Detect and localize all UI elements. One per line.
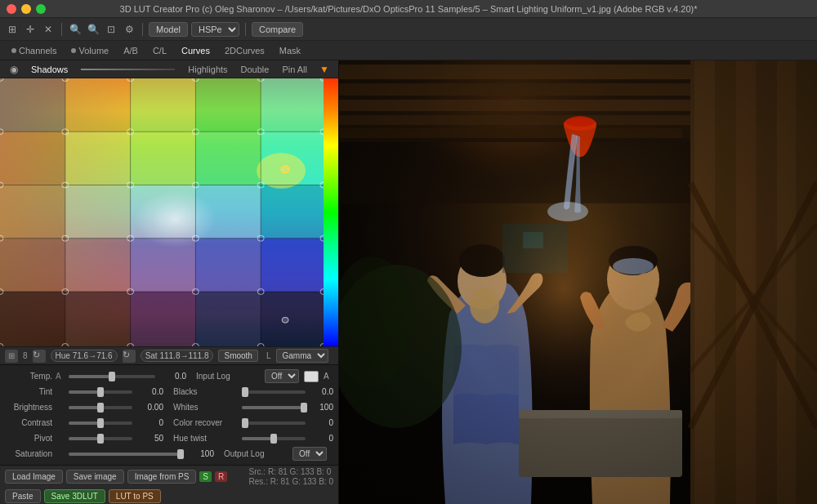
photo-area xyxy=(339,60,817,504)
double-button[interactable]: Double xyxy=(238,64,273,75)
tab-mask[interactable]: Mask xyxy=(273,44,307,57)
tab-2dcurves[interactable]: 2DCurves xyxy=(218,44,271,57)
src-block: Src.: R: 81 G: 133 B: 0 Res.: R: 81 G: 1… xyxy=(249,467,333,486)
right-panel xyxy=(339,60,817,504)
temp-row: Temp. A 0.0 Input Log Off A xyxy=(5,368,333,384)
svg-rect-24 xyxy=(65,292,131,346)
svg-rect-4 xyxy=(65,78,131,132)
photo-svg xyxy=(339,60,817,504)
s-badge[interactable]: S xyxy=(199,471,212,482)
tint-slider[interactable] xyxy=(69,390,132,394)
smooth-button[interactable]: Smooth xyxy=(218,350,257,362)
svg-point-28 xyxy=(135,190,217,248)
svg-rect-27 xyxy=(261,292,324,346)
toolbar-grid-icon[interactable]: ⊞ xyxy=(5,22,20,37)
pin-all-button[interactable]: Pin All xyxy=(279,64,310,75)
hue-twist-label: Hue twist xyxy=(173,434,239,443)
toolbar-separator-1 xyxy=(61,23,62,36)
output-log-select[interactable]: Off xyxy=(292,447,327,461)
pivot-slider[interactable] xyxy=(69,437,132,440)
tab-cl[interactable]: C/L xyxy=(146,44,173,57)
minimize-button[interactable] xyxy=(21,4,31,14)
a-label2: A xyxy=(324,372,333,381)
temp-slider[interactable] xyxy=(69,375,155,378)
hue-twist-slider[interactable] xyxy=(242,437,306,440)
sat-value: Sat 111.8→111.8 xyxy=(141,350,214,362)
contrast-value: 0 xyxy=(136,418,163,427)
toolbar-separator-2 xyxy=(142,23,143,36)
tabs-row: Channels Volume A/B C/L Curves 2DCurves … xyxy=(0,41,817,60)
tint-label: Tint xyxy=(5,387,52,396)
window-title: 3D LUT Creator Pro (c) Oleg Sharonov – /… xyxy=(120,4,698,14)
sat-rotate-icon[interactable]: ↻ xyxy=(123,350,136,363)
rotate-icon[interactable]: ↻ xyxy=(33,350,46,363)
tab-dot-volume xyxy=(71,48,76,53)
color-recover-slider[interactable] xyxy=(242,421,306,425)
gamma-select[interactable]: Gamma xyxy=(276,349,328,363)
close-button[interactable] xyxy=(7,4,16,14)
brightness-label: Brightness xyxy=(5,403,52,412)
whites-slider[interactable] xyxy=(242,406,306,409)
tab-volume[interactable]: Volume xyxy=(65,44,115,57)
output-log-label: Output Log xyxy=(224,449,289,458)
eye-icon[interactable]: ◉ xyxy=(7,62,21,77)
blacks-value: 0.0 xyxy=(309,387,333,396)
color-recover-value: 0 xyxy=(309,418,333,427)
svg-point-74 xyxy=(281,166,289,173)
svg-rect-23 xyxy=(0,292,65,346)
saturation-slider[interactable] xyxy=(69,453,183,456)
svg-rect-11 xyxy=(195,132,261,185)
src-label: Src.: R: 81 G: 133 B: 0 xyxy=(249,467,333,476)
traffic-lights xyxy=(7,4,46,14)
menu-icon[interactable]: ▼ xyxy=(317,62,332,77)
svg-rect-5 xyxy=(131,78,196,132)
load-image-button[interactable]: Load Image xyxy=(5,470,63,484)
r-badge[interactable]: R xyxy=(215,471,227,482)
tab-curves[interactable]: Curves xyxy=(175,44,217,57)
grid-icon[interactable]: ⊞ xyxy=(5,350,18,363)
shadows-button[interactable]: Shadows xyxy=(28,64,71,75)
image-from-ps-button[interactable]: Image from PS xyxy=(127,470,197,484)
mode-select[interactable]: HSPe xyxy=(191,22,239,37)
svg-rect-18 xyxy=(0,239,65,292)
svg-rect-22 xyxy=(261,239,324,292)
tint-row: Tint 0.0 Blacks 0.0 xyxy=(5,384,333,399)
model-button[interactable]: Model xyxy=(149,22,188,37)
svg-rect-17 xyxy=(261,185,324,239)
tab-dot-channels xyxy=(11,48,16,53)
saturation-label: Saturation xyxy=(5,449,52,458)
brightness-slider[interactable] xyxy=(69,406,132,409)
svg-point-75 xyxy=(282,317,288,323)
toolbar-fit-icon[interactable]: ⊡ xyxy=(104,22,118,37)
saturation-row: Saturation 100 Output Log Off xyxy=(5,446,333,462)
blacks-slider[interactable] xyxy=(242,390,306,394)
save-image-button[interactable]: Save image xyxy=(66,470,124,484)
hue-value: Hue 71.6→71.6 xyxy=(51,350,118,362)
blacks-label: Blacks xyxy=(173,387,239,396)
maximize-button[interactable] xyxy=(36,4,46,14)
paste-button[interactable]: Paste xyxy=(5,489,41,503)
toolbar-settings-icon[interactable]: ⚙ xyxy=(122,22,136,37)
tab-channels[interactable]: Channels xyxy=(5,44,63,57)
l-label: L xyxy=(266,351,271,360)
color-bar-right[interactable] xyxy=(324,78,338,346)
left-panel: ◉ Shadows Highlights Double Pin All ▼ xyxy=(0,60,339,504)
toolbar-zoom-in-icon[interactable]: 🔍 xyxy=(86,22,100,37)
contrast-slider[interactable] xyxy=(69,421,132,425)
toolbar-close-icon[interactable]: ✕ xyxy=(41,22,56,37)
svg-rect-3 xyxy=(0,78,65,132)
action-row-2: Paste Save 3DLUT LUT to PS xyxy=(0,488,338,505)
compare-button[interactable]: Compare xyxy=(252,22,303,37)
color-grid[interactable] xyxy=(0,78,338,346)
save-3dlut-button[interactable]: Save 3DLUT xyxy=(44,489,105,503)
highlights-button[interactable]: Highlights xyxy=(185,64,230,75)
svg-rect-6 xyxy=(195,78,261,132)
grid-status-bar: ⊞ 8 ↻ Hue 71.6→71.6 ↻ Sat 111.8→111.8 Sm… xyxy=(0,346,338,364)
toolbar-move-icon[interactable]: ✛ xyxy=(23,22,38,37)
input-log-select[interactable]: Off xyxy=(265,369,299,383)
lut-to-ps-button[interactable]: LUT to PS xyxy=(109,489,161,503)
tab-ab[interactable]: A/B xyxy=(117,44,145,57)
toolbar-zoom-out-icon[interactable]: 🔍 xyxy=(68,22,83,37)
svg-point-115 xyxy=(458,167,670,412)
brightness-row: Brightness 0.00 Whites 100 xyxy=(5,399,333,415)
